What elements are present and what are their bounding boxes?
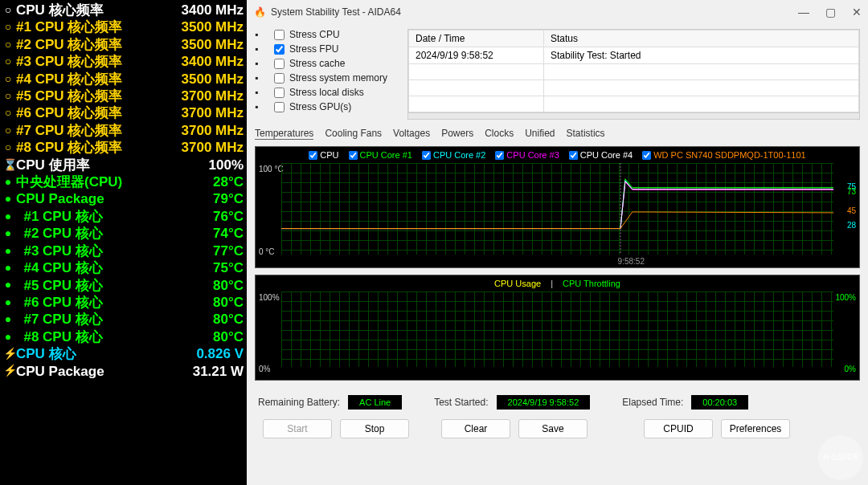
sensor-row: ○#2 CPU 核心频率3500 MHz: [3, 36, 244, 53]
legend-item[interactable]: CPU Core #1: [349, 150, 412, 160]
device-icon: ▪: [255, 72, 269, 84]
stress-cache: ▪Stress cache: [255, 58, 399, 69]
elapsed-label: Elapsed Time:: [622, 397, 683, 408]
stress-label: Stress CPU: [289, 29, 340, 40]
legend-item[interactable]: CPU Core #3: [495, 150, 559, 160]
tab-temperatures[interactable]: Temperatures: [255, 128, 313, 140]
sensor-row: ○CPU 核心频率3400 MHz: [3, 2, 244, 18]
battery-value: AC Line: [348, 395, 402, 410]
y-value: 45: [847, 206, 856, 215]
start-button[interactable]: Start: [263, 419, 332, 438]
y-axis-label: 100 °C: [259, 165, 284, 173]
watermark: 什么值得买: [818, 435, 863, 480]
tab-unified[interactable]: Unified: [525, 128, 555, 140]
sensor-row: ●中央处理器(CPU)28°C: [3, 173, 244, 190]
stop-button[interactable]: Stop: [340, 419, 409, 438]
legend-checkbox[interactable]: [642, 151, 651, 160]
aida-window: 🔥 System Stability Test - AIDA64 — ▢ ✕ ▪…: [247, 0, 868, 485]
tab-clocks[interactable]: Clocks: [485, 128, 514, 140]
sensor-row: ● #3 CPU 核心77°C: [3, 243, 244, 259]
app-icon: 🔥: [253, 6, 266, 18]
legend-label: CPU Usage: [494, 279, 541, 288]
sensor-row: ○#1 CPU 核心频率3500 MHz: [3, 18, 244, 35]
legend-item[interactable]: WD PC SN740 SDDPMQD-1T00-1101: [642, 150, 806, 160]
stress-label: Stress system memory: [289, 72, 387, 84]
stress-cache-checkbox[interactable]: [274, 59, 285, 69]
legend-label: CPU Throttling: [563, 279, 620, 288]
close-icon[interactable]: ✕: [852, 6, 862, 18]
started-label: Test Started:: [434, 397, 488, 408]
stress-cpu: ▪Stress CPU: [255, 29, 399, 40]
usage-chart: CPU Usage | CPU Throttling 100% 0% 100% …: [255, 275, 860, 381]
stress-disk-checkbox[interactable]: [274, 88, 285, 98]
battery-label: Remaining Battery:: [258, 397, 340, 408]
sensor-row: ⌛CPU 使用率100%: [3, 157, 244, 173]
cpuid-button[interactable]: CPUID: [644, 419, 713, 438]
y-value: 73: [847, 187, 856, 196]
device-icon: ▪: [255, 87, 269, 98]
x-axis-label: 9:58:52: [618, 257, 645, 266]
legend-checkbox[interactable]: [309, 151, 317, 160]
sensor-sidebar: ○CPU 核心频率3400 MHz○#1 CPU 核心频率3500 MHz○#2…: [0, 0, 247, 485]
y-value: 28: [847, 221, 856, 230]
legend-checkbox[interactable]: [349, 151, 358, 160]
stress-cpu-checkbox[interactable]: [274, 30, 285, 40]
device-icon: ▪: [255, 101, 269, 112]
stress-fpu: ▪Stress FPU: [255, 43, 399, 55]
sensor-row: ⚡CPU 核心0.826 V: [3, 345, 244, 362]
stress-fpu-checkbox[interactable]: [274, 44, 285, 55]
preferences-button[interactable]: Preferences: [721, 419, 790, 438]
y-axis-label: 0 °C: [259, 247, 275, 256]
sensor-row: ○#4 CPU 核心频率3500 MHz: [3, 71, 244, 88]
minimize-icon[interactable]: —: [798, 6, 809, 18]
sensor-row: ● #2 CPU 核心74°C: [3, 225, 244, 242]
elapsed-value: 00:20:03: [691, 395, 748, 410]
y-axis-label: 0%: [845, 365, 856, 373]
y-axis-label: 100%: [835, 293, 856, 302]
stress-mem-checkbox[interactable]: [274, 73, 285, 84]
button-bar: Start Stop Clear Save CPUID Preferences: [247, 414, 868, 446]
maximize-icon[interactable]: ▢: [825, 6, 836, 18]
tab-cooling-fans[interactable]: Cooling Fans: [325, 128, 382, 140]
save-button[interactable]: Save: [518, 419, 588, 438]
window-title: System Stability Test - AIDA64: [271, 6, 401, 18]
status-bar: Remaining Battery: AC Line Test Started:…: [247, 390, 868, 414]
tabs: TemperaturesCooling FansVoltagesPowersCl…: [247, 124, 868, 143]
started-value: 2024/9/19 9:58:52: [497, 395, 591, 410]
legend-item[interactable]: CPU Core #2: [422, 150, 485, 160]
titlebar: 🔥 System Stability Test - AIDA64 — ▢ ✕: [247, 0, 868, 24]
sensor-row: ○#3 CPU 核心频率3400 MHz: [3, 53, 244, 70]
log-cell: Stability Test: Started: [544, 47, 859, 64]
stress-label: Stress FPU: [289, 43, 338, 55]
stress-mem: ▪Stress system memory: [255, 72, 399, 84]
stress-options: ▪Stress CPU▪Stress FPU▪Stress cache▪Stre…: [255, 29, 399, 120]
scrollbar[interactable]: [408, 112, 859, 119]
stress-disk: ▪Stress local disks: [255, 87, 399, 98]
tab-statistics[interactable]: Statistics: [567, 128, 605, 140]
sensor-row: ● #5 CPU 核心80°C: [3, 277, 244, 294]
tab-powers[interactable]: Powers: [441, 128, 473, 140]
legend-checkbox[interactable]: [422, 151, 431, 160]
y-axis-label: 100%: [259, 293, 280, 302]
clear-button[interactable]: Clear: [441, 419, 510, 438]
sensor-row: ● #8 CPU 核心80°C: [3, 328, 244, 345]
device-icon: ▪: [255, 29, 269, 40]
sensor-row: ● #6 CPU 核心80°C: [3, 294, 244, 311]
sensor-row: ● #4 CPU 核心75°C: [3, 259, 244, 276]
stress-gpu: ▪Stress GPU(s): [255, 101, 399, 112]
stress-label: Stress cache: [289, 58, 345, 69]
legend-item[interactable]: CPU Core #4: [569, 150, 633, 160]
sensor-row: ● #7 CPU 核心80°C: [3, 311, 244, 328]
temperature-chart: CPUCPU Core #1CPU Core #2CPU Core #3CPU …: [255, 146, 860, 268]
sensor-row: ⚡CPU Package31.21 W: [3, 363, 244, 380]
log-cell: 2024/9/19 9:58:52: [409, 47, 544, 64]
device-icon: ▪: [255, 43, 269, 55]
legend-checkbox[interactable]: [569, 151, 578, 160]
legend-checkbox[interactable]: [495, 151, 504, 160]
legend-item[interactable]: CPU: [309, 150, 338, 160]
device-icon: ▪: [255, 58, 269, 69]
tab-voltages[interactable]: Voltages: [393, 128, 430, 140]
sensor-row: ○#8 CPU 核心频率3700 MHz: [3, 139, 244, 156]
stress-gpu-checkbox[interactable]: [274, 102, 285, 112]
log-table: Date / TimeStatus 2024/9/19 9:58:52Stabi…: [407, 29, 860, 120]
